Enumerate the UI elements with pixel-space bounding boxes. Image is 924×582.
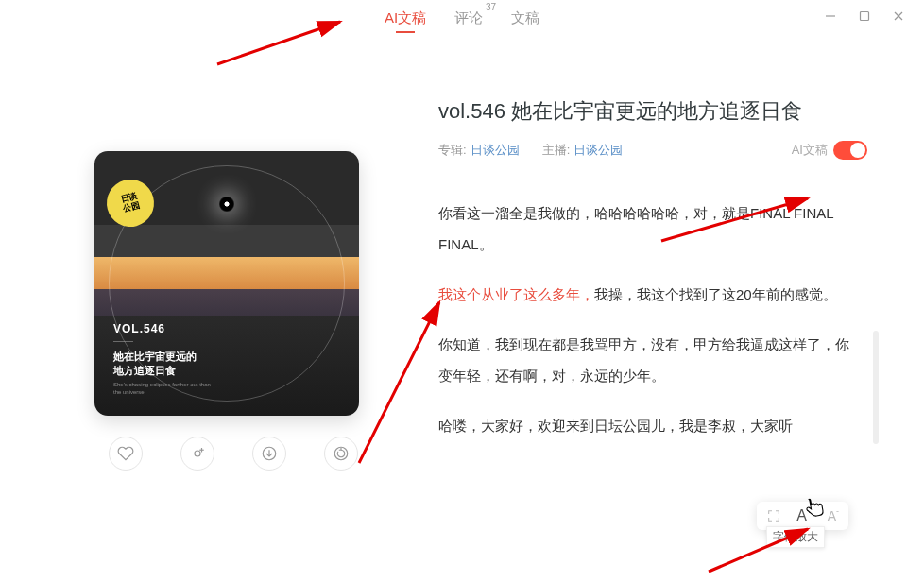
sticker-text: 公园 [122, 201, 141, 214]
tab-label: AI文稿 [385, 9, 426, 26]
episode-cover[interactable]: 日谈 公园 VOL.546 ——— 她在比宇宙更远的 地方追逐日食 She's … [94, 151, 359, 416]
transcript-line[interactable]: 哈喽，大家好，欢迎来到日坛公园儿，我是李叔，大家听 [438, 410, 863, 441]
transcript-line[interactable]: 你看这一溜全是我做的，哈哈哈哈哈哈，对，就是FINAL FINAL FINAL。 [438, 197, 863, 260]
minimize-button[interactable] [824, 9, 837, 23]
tab-label: 评论 [454, 9, 483, 26]
font-decrease-button[interactable]: A- [828, 508, 839, 523]
window-controls [824, 9, 905, 23]
cover-text-block: VOL.546 ——— 她在比宇宙更远的 地方追逐日食 She's chasin… [113, 322, 217, 397]
share-button[interactable] [324, 436, 358, 471]
transcript-line[interactable]: 我这个从业了这么多年，我操，我这个找到了这20年前的感觉。 [438, 279, 863, 310]
tab-comments[interactable]: 评论 37 [454, 9, 483, 33]
album-link[interactable]: 日谈公园 [471, 142, 520, 159]
tab-ai-transcript[interactable]: AI文稿 [385, 9, 426, 33]
cover-volume: VOL.546 [113, 322, 217, 335]
maximize-button[interactable] [858, 9, 871, 23]
transcript-line[interactable]: 你知道，我到现在都是我骂甲方，没有，甲方给我逼成这样了，你变年轻，还有啊，对，永… [438, 329, 863, 391]
svg-rect-1 [861, 12, 869, 21]
ai-toggle-group: AI文稿 [792, 141, 867, 160]
add-button[interactable] [180, 436, 214, 471]
content-column: vol.546 她在比宇宙更远的地方追逐日食 专辑: 日谈公园 主播: 日谈公园… [438, 94, 886, 460]
download-button[interactable] [252, 436, 286, 471]
cover-smalltext: She's chasing eclipses farther out than … [113, 382, 217, 397]
meta-row: 专辑: 日谈公园 主播: 日谈公园 AI文稿 [438, 141, 886, 160]
host-label: 主播: [542, 142, 571, 159]
ai-toggle-label: AI文稿 [792, 142, 828, 159]
tab-transcript[interactable]: 文稿 [511, 9, 539, 33]
cover-subtext: ——— [113, 337, 217, 344]
scrollbar[interactable] [873, 331, 879, 582]
transcript-text: 我操，我这个找到了这20年前的感觉。 [594, 286, 837, 302]
tab-label: 文稿 [511, 9, 539, 26]
like-button[interactable] [109, 436, 143, 471]
close-button[interactable] [892, 9, 905, 23]
transcript-highlight: 我这个从业了这么多年， [438, 286, 594, 302]
cover-title: 她在比宇宙更远的 地方追逐日食 [113, 350, 217, 379]
svg-point-4 [195, 451, 200, 456]
transcript-body: 你看这一溜全是我做的，哈哈哈哈哈哈，对，就是FINAL FINAL FINAL。… [438, 197, 886, 460]
font-increase-button[interactable]: A+ [796, 507, 813, 524]
scrollbar-thumb[interactable] [873, 331, 879, 444]
ai-transcript-toggle[interactable] [833, 141, 867, 160]
cover-column: 日谈 公园 VOL.546 ——— 她在比宇宙更远的 地方追逐日食 She's … [94, 151, 359, 471]
cover-actions [94, 436, 359, 471]
fullscreen-button[interactable] [766, 508, 781, 523]
host-link[interactable]: 日谈公园 [573, 142, 623, 159]
top-tabs: AI文稿 评论 37 文稿 [0, 9, 924, 33]
album-label: 专辑: [438, 142, 467, 159]
comments-count-badge: 37 [486, 2, 496, 12]
font-increase-tooltip: 字体放大 [766, 526, 825, 548]
episode-title: vol.546 她在比宇宙更远的地方追逐日食 [438, 94, 886, 128]
svg-line-12 [359, 302, 439, 463]
